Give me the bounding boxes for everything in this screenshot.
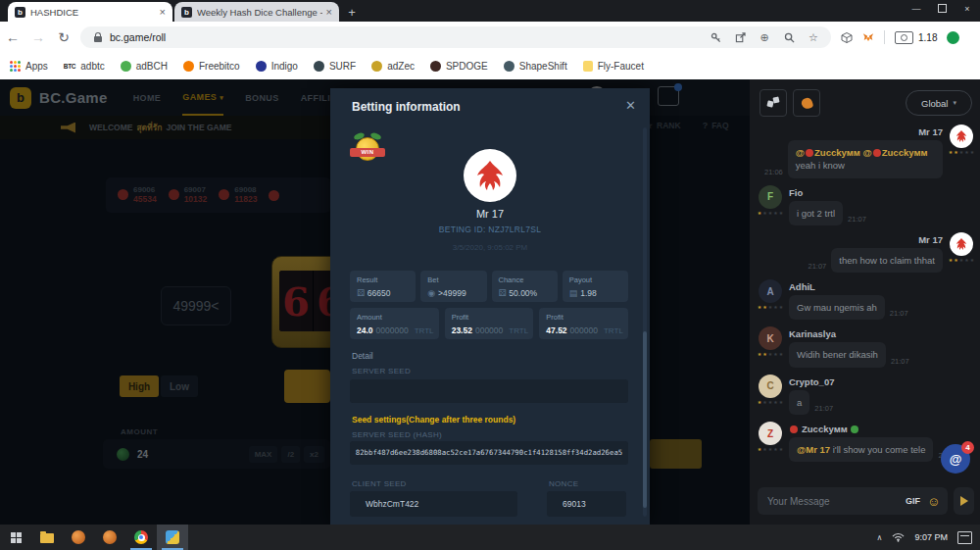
server-seed-hash-input[interactable]: 82bbf487d6ee238d6808ac52ce17a6767344790c…	[350, 441, 628, 465]
chat-message: A★★★★★AdhiLGw mau ngemis ah21:07	[758, 279, 974, 320]
message-username[interactable]: Mr 17	[764, 126, 943, 137]
gif-button[interactable]: GIF	[906, 496, 920, 506]
win-ribbon: WIN	[350, 148, 385, 157]
star-icon: ★	[779, 305, 783, 310]
bubble-row: a21:07	[789, 390, 834, 415]
action-center-icon[interactable]	[957, 531, 972, 544]
chat-message: ★★★★★Mr 17then how to claim thhat21:07	[758, 232, 974, 273]
maximize-button[interactable]	[929, 0, 955, 17]
minimize-button[interactable]: —	[904, 0, 929, 17]
chat-input-container[interactable]: GIF ☺	[758, 487, 948, 515]
bookmark-item[interactable]: ShapeShift	[504, 61, 567, 72]
bookmark-item[interactable]: Indigo	[256, 61, 298, 72]
bookmark-item[interactable]: adZec	[371, 61, 415, 72]
metamask-icon[interactable]	[862, 31, 874, 43]
app-button-1[interactable]	[63, 525, 94, 550]
stat-label: Result	[357, 275, 409, 284]
avatar[interactable]	[950, 125, 973, 148]
address-bar[interactable]: bc.game/roll ⊕ ☆	[80, 26, 831, 48]
chat-header: Global ▾	[760, 89, 972, 117]
bookmark-item[interactable]: BTCadbtc	[64, 61, 105, 72]
chrome-taskbar-button[interactable]	[125, 525, 157, 550]
star-icon: ★	[758, 305, 761, 310]
dice-chat-button[interactable]	[760, 89, 787, 117]
avatar-column: A★★★★★	[758, 279, 783, 320]
message-username[interactable]: Fio	[789, 187, 866, 198]
zoom-icon[interactable]	[783, 31, 795, 43]
bookmark-item[interactable]: SURF	[314, 61, 356, 72]
back-button[interactable]: ←	[0, 29, 25, 45]
message-username[interactable]: Karinaslya	[789, 328, 909, 339]
bookmark-favicon	[121, 61, 131, 72]
nonce-input[interactable]: 69013	[547, 491, 626, 517]
bookmark-favicon	[183, 61, 194, 72]
app-button-2[interactable]	[94, 525, 125, 550]
browser-tab[interactable]: bWeekly Hash Dice Challenge - Se×	[174, 2, 339, 22]
tray-expand-icon[interactable]: ∧	[877, 533, 883, 542]
bookmark-item[interactable]: adBCH	[121, 61, 168, 72]
green-badge-icon	[851, 425, 858, 433]
site-favicon: b	[15, 7, 25, 18]
message-username[interactable]: Mr 17	[808, 234, 943, 245]
send-button[interactable]	[954, 487, 974, 515]
message-bubble: Widih bener dikasih	[789, 342, 886, 367]
chat-message-input[interactable]	[765, 495, 899, 508]
green-extension-icon[interactable]	[947, 31, 959, 44]
detail-label: Detail	[352, 351, 373, 361]
new-tab-button[interactable]: +	[341, 2, 363, 22]
message-bubble: then how to claim thhat	[831, 248, 943, 273]
bookmark-item[interactable]: Freebitco	[183, 61, 240, 72]
start-button[interactable]	[0, 525, 31, 550]
tab-close-icon[interactable]: ×	[160, 6, 166, 18]
chrome-icon	[134, 530, 148, 544]
wifi-icon[interactable]	[892, 528, 905, 546]
emoji-button[interactable]: ☺	[927, 495, 940, 508]
avatar[interactable]: C	[759, 375, 782, 398]
browser-tab[interactable]: bHASHDICE×	[8, 2, 172, 22]
message-username[interactable]: Crypto_07	[789, 376, 834, 387]
clock[interactable]: 9:07 PM	[914, 532, 948, 542]
mention-text[interactable]: @Zucckyмм	[862, 147, 927, 158]
bookmark-item[interactable]: SPDOGE	[430, 61, 488, 72]
plus-circle-icon[interactable]: ⊕	[759, 31, 770, 43]
avatar-column: ★★★★★	[949, 232, 974, 273]
key-icon[interactable]	[710, 31, 721, 43]
share-icon[interactable]	[734, 31, 746, 43]
message-username[interactable]: AdhiL	[789, 281, 908, 292]
message-bubble: i got 2 trtl	[789, 201, 843, 225]
close-icon[interactable]: ✕	[625, 98, 636, 113]
active-app-button[interactable]	[157, 525, 188, 550]
message-time: 21:07	[890, 309, 908, 320]
forward-button[interactable]: →	[25, 29, 51, 45]
modal-scrollbar-thumb[interactable]	[643, 331, 647, 508]
avatar[interactable]: Z	[759, 422, 782, 445]
mention-text[interactable]: @Zucckyмм	[796, 147, 860, 158]
avatar[interactable]: F	[759, 185, 782, 209]
file-explorer-button[interactable]	[31, 525, 63, 550]
tab-close-icon[interactable]: ×	[326, 6, 332, 18]
bookmark-star-icon[interactable]: ☆	[808, 31, 819, 43]
message-username[interactable]: Zucckyмм	[789, 424, 956, 434]
stat-label: Payout	[569, 275, 621, 284]
avatar[interactable]: A	[759, 279, 782, 303]
stat-label: Chance	[499, 275, 551, 284]
amount-card-profit: Profit23.52000000TRTL	[445, 308, 534, 339]
avatar[interactable]: K	[759, 326, 782, 350]
mention-text[interactable]: @Mr 17	[797, 444, 830, 455]
bookmark-label: Apps	[25, 61, 48, 72]
close-window-button[interactable]: ×	[955, 0, 980, 17]
avatar[interactable]	[950, 232, 973, 256]
server-seed-input[interactable]	[350, 379, 628, 403]
wallet-extension[interactable]: 1.18	[895, 31, 937, 44]
tip-chat-button[interactable]	[793, 89, 820, 117]
cube-extension-icon[interactable]	[841, 31, 853, 43]
client-seed-input[interactable]: WbhzCmT422	[350, 491, 517, 517]
bookmark-item[interactable]: Apps	[10, 61, 48, 72]
browser-toolbar: ← → ↻ bc.game/roll ⊕ ☆	[0, 22, 980, 53]
username-text: AdhiL	[789, 281, 815, 292]
reload-button[interactable]: ↻	[51, 29, 76, 45]
bookmark-item[interactable]: Fly-Faucet	[583, 61, 644, 72]
chat-channel-select[interactable]: Global ▾	[906, 90, 972, 116]
client-seed-label: CLIENT SEED	[352, 479, 407, 488]
mentions-button[interactable]: @ 4	[941, 444, 970, 474]
